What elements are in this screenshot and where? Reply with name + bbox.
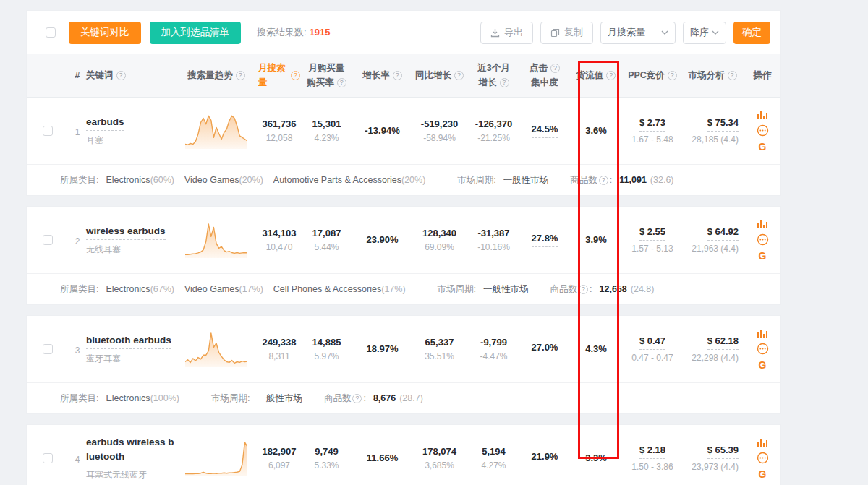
keyword-translation: 耳塞式无线蓝牙 [86, 469, 147, 481]
help-icon[interactable]: ? [236, 71, 245, 80]
chevron-down-icon [712, 30, 719, 35]
sort-field-select[interactable]: 月搜索量 [600, 22, 676, 44]
trend-sparkline[interactable] [185, 440, 247, 476]
add-to-list-button[interactable]: 加入到选品清单 [150, 22, 242, 44]
click-concentration[interactable]: 21.9% [532, 451, 558, 465]
help-icon[interactable]: ? [352, 394, 362, 403]
category-item: Electronics(60%) [106, 175, 174, 185]
more-dots-circle-icon[interactable] [757, 124, 769, 137]
search-volume-sub: 12,058 [266, 133, 293, 143]
growth-3m-pct: -4.47% [480, 351, 507, 361]
ppc-range: 0.47 - 0.47 [631, 353, 673, 363]
help-icon[interactable]: ? [606, 71, 616, 80]
ppc-bid[interactable]: $ 2.55 [639, 226, 665, 241]
result-count: 搜索结果数:1915 [257, 26, 331, 39]
trend-sparkline[interactable] [185, 331, 247, 367]
download-icon [490, 28, 500, 38]
chevron-down-icon [661, 30, 668, 35]
market-price[interactable]: $ 64.92 [707, 226, 739, 241]
market-reviews: 28,185 (4.4) [692, 134, 739, 145]
product-count: 商品数?:11,091(32.6) [570, 174, 673, 186]
click-concentration[interactable]: 24.5% [532, 124, 558, 138]
purchase-rate: 5.33% [314, 460, 339, 471]
sort-order-select[interactable]: 降序 [683, 22, 726, 44]
ppc-bid[interactable]: $ 2.73 [639, 117, 665, 132]
help-icon[interactable]: ? [579, 285, 588, 294]
bar-chart-icon[interactable] [757, 219, 768, 228]
help-icon[interactable]: ? [599, 176, 608, 185]
yoy-growth: 128,340 [422, 228, 456, 240]
google-trends-icon[interactable]: G [759, 142, 767, 152]
category-item: Electronics(100%) [106, 393, 179, 403]
keyword-translation: 无线耳塞 [86, 244, 121, 256]
help-icon[interactable]: ? [116, 71, 126, 80]
row-index: 4 [69, 455, 86, 465]
keyword-link[interactable]: earbuds [86, 115, 124, 132]
help-icon[interactable]: ? [500, 78, 509, 87]
select-all-checkbox[interactable] [46, 27, 56, 38]
help-icon[interactable]: ? [393, 71, 402, 80]
table-header: # 关键词? 搜索量趋势? 月搜索量? 月购买量购买率? 增长率? 同比增长? … [27, 54, 780, 98]
keyword-row: 4 earbuds wireless bluetooth耳塞式无线蓝牙 182,… [27, 425, 780, 485]
copy-label: 复制 [564, 26, 583, 39]
keyword-link[interactable]: earbuds wireless bluetooth [86, 435, 174, 465]
toolbar: 关键词对比 加入到选品清单 搜索结果数:1915 导出 复制 月搜索量 降序 确… [27, 11, 780, 54]
row-checkbox[interactable] [43, 344, 53, 354]
purchases: 17,087 [312, 228, 341, 240]
keyword-translation: 耳塞 [86, 134, 103, 147]
product-count: 商品数?:12,658(24.8) [550, 283, 655, 296]
keyword-link[interactable]: bluetooth earbuds [86, 333, 171, 350]
keyword-research-page: 关键词对比 加入到选品清单 搜索结果数:1915 导出 复制 月搜索量 降序 确… [0, 0, 868, 485]
click-concentration[interactable]: 27.0% [532, 342, 558, 356]
trend-sparkline[interactable] [185, 113, 247, 149]
market-price[interactable]: $ 62.18 [707, 335, 739, 350]
google-trends-icon[interactable]: G [759, 360, 767, 370]
more-dots-circle-icon[interactable] [757, 452, 769, 464]
market-price[interactable]: $ 75.34 [707, 117, 739, 132]
market-cycle: 市场周期:一般性市场 [457, 174, 548, 186]
row-checkbox[interactable] [43, 453, 53, 463]
purchase-rate: 4.23% [314, 133, 339, 143]
header-actions: 操作 [743, 54, 782, 97]
header-search-volume: 月搜索量? [258, 54, 300, 97]
row-meta: 所属类目: Electronics(60%) Video Games(20%) … [27, 164, 780, 195]
more-dots-circle-icon[interactable] [757, 343, 769, 355]
help-icon[interactable]: ? [337, 78, 346, 87]
copy-icon [550, 28, 560, 38]
row-checkbox[interactable] [43, 235, 53, 245]
more-dots-circle-icon[interactable] [757, 233, 769, 246]
keyword-row: 3 bluetooth earbuds蓝牙耳塞 249,3388,311 14,… [27, 316, 780, 382]
click-concentration[interactable]: 27.8% [532, 233, 558, 247]
growth-3m: -9,799 [480, 337, 507, 349]
google-trends-icon[interactable]: G [759, 251, 767, 261]
help-icon[interactable]: ? [728, 71, 737, 80]
market-reviews: 23,973 (4.4) [692, 462, 739, 472]
header-click-concentration: 点击?集中度 [520, 54, 569, 97]
compare-keywords-button[interactable]: 关键词对比 [69, 22, 141, 44]
growth-3m-pct: 4.27% [481, 460, 506, 471]
header-keyword: 关键词? [86, 54, 174, 97]
bar-chart-icon[interactable] [757, 328, 768, 338]
google-trends-icon[interactable]: G [759, 469, 767, 479]
yoy-growth-pct: -58.94% [423, 133, 456, 143]
keyword-link[interactable]: wireless earbuds [86, 224, 166, 241]
ppc-bid[interactable]: $ 0.47 [639, 335, 665, 350]
help-icon[interactable]: ? [668, 71, 677, 80]
trend-sparkline[interactable] [185, 222, 247, 258]
growth-3m-pct: -10.16% [477, 242, 510, 252]
help-icon[interactable]: ? [454, 71, 464, 80]
copy-button[interactable]: 复制 [540, 22, 593, 44]
confirm-button[interactable]: 确定 [733, 22, 770, 44]
sort-order-value: 降序 [690, 26, 709, 39]
bar-chart-icon[interactable] [757, 437, 768, 447]
header-ppc-bid: PPC竞价? [623, 54, 682, 97]
help-icon[interactable]: ? [291, 71, 300, 80]
market-price[interactable]: $ 65.39 [707, 445, 739, 459]
export-button[interactable]: 导出 [480, 22, 533, 44]
market-cycle: 市场周期:一般性市场 [211, 392, 302, 405]
sort-field-value: 月搜索量 [608, 26, 645, 39]
help-icon[interactable]: ? [550, 64, 560, 73]
row-checkbox[interactable] [43, 126, 53, 136]
ppc-bid[interactable]: $ 2.18 [639, 445, 665, 459]
bar-chart-icon[interactable] [757, 110, 768, 119]
